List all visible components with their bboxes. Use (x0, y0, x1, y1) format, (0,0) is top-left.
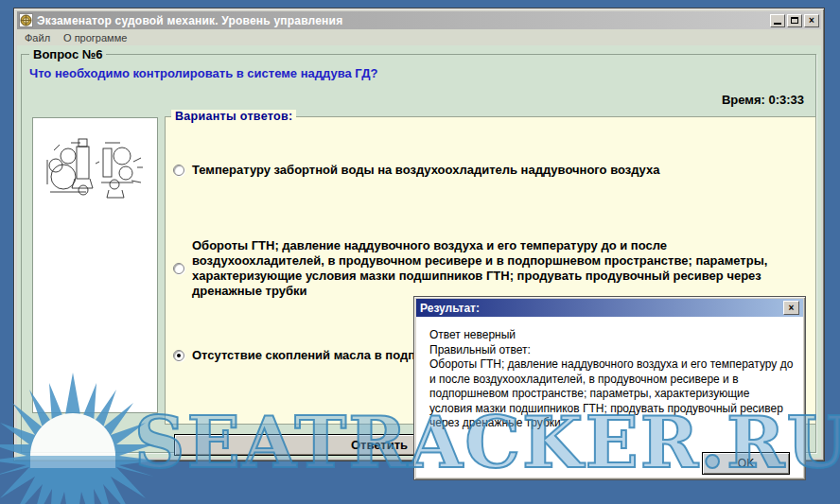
close-icon: × (789, 303, 795, 313)
result-dialog-body: Ответ неверный Правильный ответ: Обороты… (416, 317, 803, 478)
menu-about[interactable]: О программе (63, 32, 127, 43)
app-icon (19, 13, 33, 27)
answer-option-2-label[interactable]: Обороты ГТН; давление наддувочного возду… (192, 238, 771, 299)
minimize-button[interactable] (770, 14, 785, 27)
question-text: Что необходимо контролировать в системе … (29, 66, 378, 80)
radio-option-2[interactable] (173, 263, 184, 274)
answers-group-label: Варианты ответов: (171, 110, 296, 123)
result-dialog: Результат: × Ответ неверный Правильный о… (413, 296, 806, 480)
window-titlebar[interactable]: Экзаменатор судовой механик. Уровень упр… (17, 11, 821, 29)
radio-option-1[interactable] (173, 165, 184, 176)
menu-file[interactable]: Файл (25, 32, 50, 43)
maximize-button[interactable] (787, 14, 802, 27)
answer-option-1[interactable]: Температуру забортной воды на воздухоохл… (173, 163, 779, 178)
desktop: Экзаменатор судовой механик. Уровень упр… (0, 0, 840, 504)
timer-label: Время: 0:3:33 (722, 93, 804, 107)
radio-option-3[interactable] (173, 350, 184, 361)
ok-button[interactable]: OK (702, 452, 790, 475)
question-group-label: Вопрос №6 (29, 47, 106, 61)
result-text: Ответ неверный Правильный ответ: Обороты… (429, 328, 794, 431)
maximize-icon (791, 17, 798, 24)
engine-diagram-image (43, 133, 149, 211)
close-button[interactable]: × (804, 14, 819, 27)
question-image-panel (32, 117, 158, 413)
close-icon: × (809, 16, 814, 26)
window-title: Экзаменатор судовой механик. Уровень упр… (37, 14, 766, 27)
result-dialog-title: Результат: (420, 302, 783, 315)
minimize-icon (774, 23, 781, 25)
answer-option-1-label[interactable]: Температуру забортной воды на воздухоохл… (192, 163, 659, 178)
result-dialog-titlebar[interactable]: Результат: × (416, 299, 803, 317)
answer-option-2[interactable]: Обороты ГТН; давление наддувочного возду… (173, 238, 771, 299)
menu-bar: Файл О программе (17, 29, 821, 45)
result-dialog-close-button[interactable]: × (783, 301, 799, 315)
